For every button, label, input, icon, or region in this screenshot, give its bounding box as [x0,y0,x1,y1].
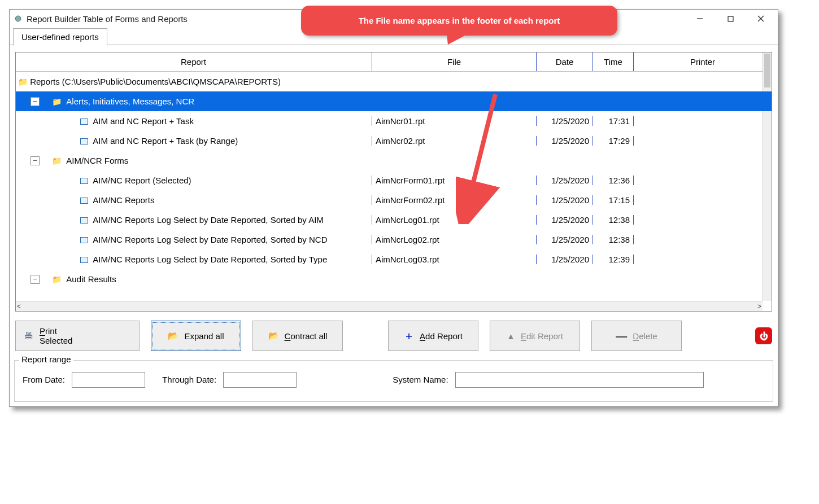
tree-item[interactable]: AIM and NC Report + Task AimNcr01.rpt 1/… [16,111,772,131]
collapse-icon[interactable]: − [31,97,40,106]
item-file: AimNcrForm01.rpt [376,176,445,185]
window-controls [693,14,768,24]
column-date[interactable]: Date [537,52,593,71]
item-file: AimNcrLog02.rpt [376,235,439,244]
item-report: AIM/NC Reports Log Select by Date Report… [93,255,327,264]
item-time: 17:29 [608,136,630,146]
tree-item[interactable]: AIM/NC Reports Log Select by Date Report… [16,230,772,249]
item-date: 1/25/2020 [551,116,589,126]
root-label: Reports (C:\Users\Public\Documents\ABCI\… [30,77,281,86]
report-icon [80,119,88,125]
scroll-right-icon[interactable]: > [757,303,761,310]
item-report: AIM/NC Reports Log Select by Date Report… [93,215,324,225]
close-icon [757,15,764,22]
item-time: 12:38 [608,235,630,244]
tree-item[interactable]: AIM/NC Reports AimNcrForm02.rpt 1/25/202… [16,190,772,210]
folder-collapse-icon: 📂 [268,331,279,341]
item-date: 1/25/2020 [551,136,589,146]
item-report: AIM and NC Report + Task [93,116,194,126]
folder-label: Alerts, Initiatives, Messages, NCR [66,97,194,106]
app-window: The File name appears in the footer of e… [9,9,778,407]
system-name-label: System Name: [393,375,448,384]
tab-label: User-defined reports [21,32,99,42]
report-icon [80,257,88,263]
item-file: AimNcrForm02.rpt [376,195,445,205]
from-date-label: From Date: [23,375,65,384]
tree-item[interactable]: AIM/NC Report (Selected) AimNcrForm01.rp… [16,170,772,190]
print-selected-button[interactable]: 🖶 PrintSelected [15,321,140,351]
tree-folder[interactable]: − 📁 AIM/NCR Forms [16,151,772,170]
maximize-button[interactable] [724,14,737,24]
folder-icon: 📁 [52,156,62,165]
collapse-icon[interactable]: − [31,275,40,284]
svg-point-1 [15,16,21,21]
through-date-label: Through Date: [162,375,216,384]
plus-icon: ＋ [404,329,414,343]
item-date: 1/25/2020 [551,255,589,264]
add-report-button[interactable]: ＋ Add Report [388,321,478,351]
power-icon: ⏻ [760,331,768,341]
item-time: 12:36 [608,176,630,185]
column-time[interactable]: Time [593,52,634,71]
system-name-input[interactable] [455,372,704,388]
folder-label: Audit Results [66,274,116,284]
button-label: Expand all [184,331,224,341]
maximize-icon [727,16,734,22]
report-icon [80,198,88,204]
minimize-button[interactable] [693,14,707,24]
tree-item[interactable]: AIM and NC Report + Task (by Range) AimN… [16,131,772,151]
contract-all-button[interactable]: 📂 Contract all [252,321,343,351]
folder-icon: 📁 [18,77,28,86]
item-time: 17:31 [608,116,630,126]
button-label: P [40,326,45,336]
folder-icon: 📁 [52,97,62,106]
item-report: AIM/NC Report (Selected) [93,176,191,185]
group-legend: Report range [19,354,73,364]
item-date: 1/25/2020 [551,195,589,205]
report-icon [80,237,88,243]
item-time: 12:38 [608,215,630,225]
item-date: 1/25/2020 [551,215,589,225]
folder-open-icon: 📂 [168,331,178,341]
tree-item[interactable]: AIM/NC Reports Log Select by Date Report… [16,249,772,269]
scroll-left-icon[interactable]: < [17,303,21,310]
delete-button[interactable]: — Delete [591,321,682,351]
svg-rect-3 [728,16,733,21]
item-report: AIM/NC Reports Log Select by Date Report… [93,235,327,244]
tree-item[interactable]: AIM/NC Reports Log Select by Date Report… [16,210,772,230]
report-icon [80,178,88,184]
item-file: AimNcrLog03.rpt [376,255,439,264]
power-button[interactable]: ⏻ [755,327,772,344]
report-grid: Report File Date Time Printer 📁 Reports … [15,52,772,312]
tree-root[interactable]: 📁 Reports (C:\Users\Public\Documents\ABC… [16,72,772,91]
folder-icon: 📁 [52,275,62,284]
item-report: AIM and NC Report + Task (by Range) [93,136,238,146]
expand-all-button[interactable]: 📂 Expand all [151,321,241,351]
item-report: AIM/NC Reports [93,195,154,205]
close-button[interactable] [754,14,768,24]
tree-folder[interactable]: − 📁 Audit Results [16,269,772,289]
tree-folder[interactable]: − 📁 Alerts, Initiatives, Messages, NCR [16,91,772,111]
annotation-text: The File name appears in the footer of e… [359,16,560,25]
edit-report-button[interactable]: ▲ Edit Report [490,321,580,351]
item-file: AimNcr01.rpt [376,116,425,126]
from-date-input[interactable] [72,372,145,388]
annotation-callout: The File name appears in the footer of e… [301,6,617,36]
report-range-group: Report range From Date: Through Date: Sy… [14,360,773,402]
item-time: 12:39 [608,255,630,264]
item-file: AimNcr02.rpt [376,136,425,146]
minimize-icon [696,15,703,22]
column-report[interactable]: Report [16,52,372,71]
column-file[interactable]: File [372,52,537,71]
app-icon [14,15,22,23]
printer-icon: 🖶 [24,330,34,342]
toolbar: 🖶 PrintSelected 📂 Expand all 📂 Contract … [10,312,778,357]
through-date-input[interactable] [223,372,297,388]
tab-user-defined-reports[interactable]: User-defined reports [13,28,107,46]
item-time: 17:15 [608,195,630,205]
item-file: AimNcrLog01.rpt [376,215,439,225]
collapse-icon[interactable]: − [31,156,40,165]
column-printer[interactable]: Printer [634,52,772,71]
report-icon [80,217,88,223]
horizontal-scrollbar[interactable]: < > [16,301,763,311]
